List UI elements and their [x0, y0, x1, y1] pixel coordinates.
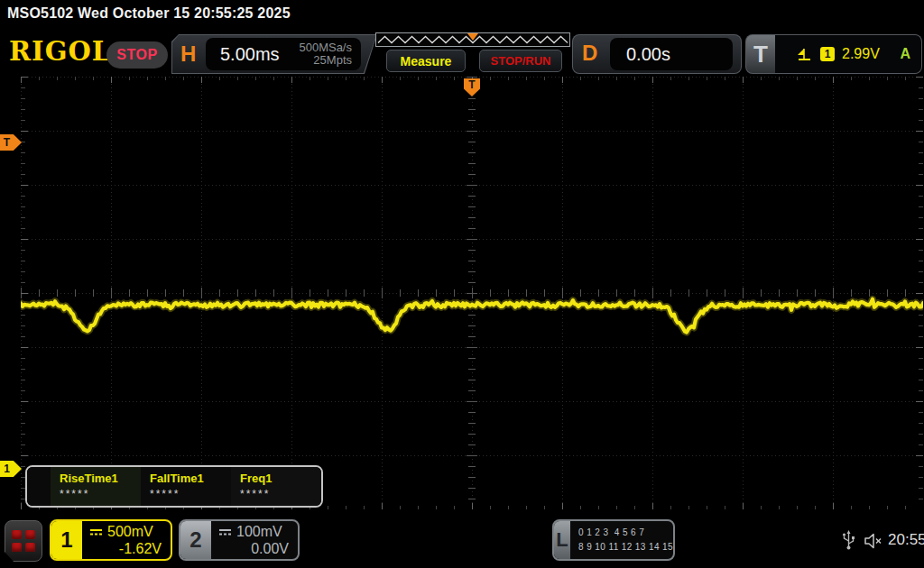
dc-coupling-icon: [89, 527, 103, 536]
horizontal-settings-box[interactable]: H 5.00ms 500MSa/s25Mpts: [171, 34, 377, 74]
horizontal-label: H: [180, 41, 196, 67]
measurement-item-falltime[interactable]: FallTime1 *****: [141, 467, 231, 506]
trigger-level-marker[interactable]: T: [0, 134, 22, 151]
trigger-level-value: 2.99V: [842, 46, 880, 62]
logic-label: L: [554, 521, 570, 559]
trigger-slope-icon: [795, 47, 813, 61]
clock: 20:55: [888, 531, 924, 549]
delay-value: 0.00s: [610, 44, 670, 65]
channel2-offset: 0.00V: [218, 541, 289, 557]
channel1-status-box[interactable]: 1 500mV -1.62V: [50, 519, 172, 561]
trigger-label: T: [746, 35, 775, 73]
acquisition-info: 500MSa/s25Mpts: [299, 41, 361, 66]
stop-run-button[interactable]: STOP/RUN: [479, 50, 562, 72]
channel1-offset: -1.62V: [89, 541, 162, 557]
measurement-item-risetime[interactable]: RiseTime1 *****: [51, 467, 141, 506]
usb-icon: [842, 528, 855, 552]
oscilloscope-screen: MSO5102 Wed October 15 20:55:25 2025 RIG…: [0, 0, 924, 568]
speaker-muted-icon: [864, 532, 885, 550]
measurement-panel[interactable]: RiseTime1 ***** FallTime1 ***** Freq1 **…: [25, 465, 323, 508]
run-state-badge: STOP: [106, 41, 168, 69]
logic-channel-numbers: 0 1 2 3 4 5 6 7 8 9 10 11 12 13 14 15: [570, 521, 673, 559]
logic-channels-box[interactable]: L 0 1 2 3 4 5 6 7 8 9 10 11 12 13 14 15: [552, 519, 675, 561]
timebase-value-box: 5.00ms 500MSa/s25Mpts: [206, 38, 361, 70]
channel1-number: 1: [51, 521, 82, 559]
dc-coupling-icon: [218, 527, 232, 536]
channel1-ground-marker[interactable]: 1: [0, 461, 22, 477]
menu-grid-icon[interactable]: [5, 520, 42, 562]
model-and-datetime: MSO5102 Wed October 15 20:55:25 2025: [7, 5, 291, 22]
trigger-settings-box[interactable]: T 1 2.99V A: [745, 34, 922, 74]
channel1-scale: 500mV: [107, 524, 153, 540]
delay-value-box: 0.00s: [610, 38, 733, 70]
channel2-scale: 100mV: [236, 524, 282, 540]
measurement-item-freq[interactable]: Freq1 *****: [231, 467, 321, 506]
trigger-sweep-mode: A: [900, 46, 910, 62]
channel2-status-box[interactable]: 2 100mV 0.00V: [179, 519, 300, 561]
graticule-and-waveform: [21, 77, 923, 509]
measure-button[interactable]: Measure: [386, 50, 466, 72]
overview-trigger-position-icon[interactable]: [467, 33, 478, 41]
measurement-spacer: [27, 467, 51, 506]
rigol-logo: RIGOL: [9, 36, 111, 67]
timebase-value: 5.00ms: [206, 44, 280, 65]
delay-settings-box[interactable]: D 0.00s: [572, 34, 742, 74]
channel2-number: 2: [180, 521, 211, 559]
delay-label: D: [582, 41, 597, 66]
trigger-source-badge: 1: [820, 47, 835, 61]
